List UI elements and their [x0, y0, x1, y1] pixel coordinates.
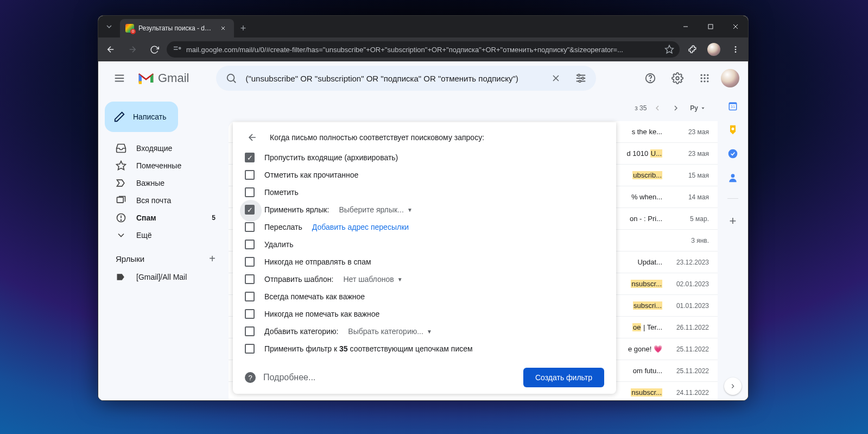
checkbox-icon[interactable]: [245, 222, 255, 232]
sidebar-label-allmail[interactable]: [Gmail]/All Mail: [103, 268, 224, 286]
opt-label: Удалить: [264, 240, 293, 249]
svg-point-49: [732, 128, 734, 130]
checkbox-icon[interactable]: [245, 257, 255, 267]
next-page-button[interactable]: [668, 97, 683, 119]
checkbox-icon[interactable]: [245, 170, 255, 180]
nav-back-button[interactable]: [102, 40, 120, 59]
create-filter-button[interactable]: Создать фильтр: [523, 368, 604, 387]
close-tab-icon[interactable]: [220, 25, 229, 32]
opt-label: Переслать: [264, 223, 302, 231]
compose-button[interactable]: Написать: [105, 102, 178, 132]
window-maximize-button[interactable]: [698, 16, 723, 37]
add-label-button[interactable]: +: [209, 253, 216, 265]
learn-more-link[interactable]: Подробнее...: [263, 373, 315, 382]
label-dropdown[interactable]: Выберите ярлык...▼: [339, 205, 412, 214]
calendar-icon[interactable]: 31: [727, 100, 738, 111]
svg-point-13: [735, 49, 737, 51]
site-info-icon[interactable]: [172, 45, 182, 54]
keep-icon[interactable]: [727, 124, 738, 135]
browser-tab[interactable]: Результаты поиска - dmitrycv1: [120, 19, 234, 37]
filter-back-button[interactable]: [245, 130, 260, 145]
browser-window: Результаты поиска - dmitrycv1 + mail.goo…: [98, 15, 749, 401]
opt-send-template[interactable]: Отправить шаблон:Нет шаблонов▼: [245, 274, 604, 284]
checkbox-icon[interactable]: [245, 309, 255, 319]
sidebar-item-inbox[interactable]: Входящие: [103, 140, 224, 157]
prev-page-button[interactable]: [650, 97, 665, 119]
mail-date: 24.11.2022: [668, 389, 709, 397]
opt-mark-read[interactable]: Отметить как прочитанное: [245, 170, 604, 180]
new-tab-button[interactable]: +: [234, 19, 252, 37]
svg-point-18: [227, 74, 235, 81]
opt-star[interactable]: Пометить: [245, 187, 604, 197]
opt-delete[interactable]: Удалить: [245, 240, 604, 249]
tab-search-icon[interactable]: [98, 16, 120, 37]
checkbox-icon[interactable]: [245, 187, 255, 197]
extensions-icon[interactable]: [683, 40, 701, 59]
labels-header: Ярлыки +: [103, 244, 224, 268]
sidebar-label-text: [Gmail]/All Mail: [136, 273, 187, 281]
opt-skip-inbox[interactable]: Пропустить входящие (архивировать): [245, 153, 604, 162]
account-avatar[interactable]: [721, 69, 739, 87]
checkbox-icon[interactable]: [245, 240, 255, 249]
checkbox-icon[interactable]: [245, 153, 255, 162]
opt-label: Отправить шаблон:: [264, 275, 333, 284]
window-minimize-button[interactable]: [673, 16, 698, 37]
tasks-icon[interactable]: [727, 148, 738, 159]
hide-panel-button[interactable]: [724, 378, 742, 395]
opt-forward[interactable]: ПереслатьДобавить адрес пересылки: [245, 222, 604, 232]
sidebar-item-important[interactable]: Важные: [103, 174, 224, 192]
clear-search-icon[interactable]: [545, 73, 567, 84]
category-dropdown[interactable]: Выбрать категорию...▼: [348, 327, 432, 336]
opt-never-spam[interactable]: Никогда не отправлять в спам: [245, 257, 604, 267]
svg-point-14: [735, 51, 737, 53]
opt-label: Пропустить входящие (архивировать): [264, 153, 398, 162]
gmail-logo-text: Gmail: [158, 71, 189, 85]
sidebar-item-more[interactable]: Ещё: [103, 227, 224, 244]
gmail-logo[interactable]: Gmail: [137, 71, 189, 85]
opt-never-important[interactable]: Никогда не помечать как важное: [245, 309, 604, 319]
omnibox[interactable]: mail.google.com/mail/u/0/#create-filter/…: [167, 41, 680, 58]
opt-apply-label[interactable]: Применить ярлык:Выберите ярлык...▼: [245, 205, 604, 215]
contacts-icon[interactable]: [727, 172, 738, 183]
checkbox-icon[interactable]: [245, 292, 255, 301]
nav-forward-button[interactable]: [123, 40, 142, 59]
search-box[interactable]: ("unsubscribe" OR "subscription" OR "под…: [216, 66, 596, 91]
svg-point-31: [701, 74, 702, 76]
search-icon[interactable]: [220, 72, 242, 84]
help-icon[interactable]: ?: [245, 372, 256, 383]
mail-date: 3 янв.: [668, 237, 709, 244]
search-options-icon[interactable]: [570, 72, 592, 84]
get-addons-button[interactable]: +: [730, 214, 737, 228]
address-bar: mail.google.com/mail/u/0/#create-filter/…: [98, 37, 748, 61]
sidebar-item-spam[interactable]: Спам 5: [103, 209, 224, 227]
opt-label: Применить фильтр к 35 соответствующим це…: [264, 344, 473, 353]
support-icon[interactable]: [639, 67, 661, 89]
svg-point-39: [707, 80, 708, 82]
checkbox-icon[interactable]: [245, 274, 255, 284]
svg-point-25: [578, 74, 580, 77]
template-dropdown[interactable]: Нет шаблонов▼: [343, 275, 402, 284]
url-text: mail.google.com/mail/u/0/#create-filter/…: [186, 46, 660, 54]
window-close-button[interactable]: [723, 16, 748, 37]
bookmark-icon[interactable]: [664, 45, 674, 54]
browser-menu-icon[interactable]: [726, 40, 745, 59]
sidebar-item-starred[interactable]: Помеченные: [103, 157, 224, 174]
main-menu-icon[interactable]: [107, 66, 132, 91]
add-forward-link[interactable]: Добавить адрес пересылки: [312, 223, 409, 231]
checkbox-icon[interactable]: [245, 205, 255, 215]
opt-always-important[interactable]: Всегда помечать как важное: [245, 292, 604, 301]
nav-reload-button[interactable]: [145, 40, 163, 59]
sidebar-item-allmail[interactable]: Вся почта: [103, 192, 224, 209]
opt-apply-existing[interactable]: Применить фильтр к 35 соответствующим це…: [245, 344, 604, 354]
opt-add-category[interactable]: Добавить категорию:Выбрать категорию...▼: [245, 326, 604, 336]
checkbox-icon[interactable]: [245, 344, 255, 354]
profile-avatar[interactable]: [705, 40, 723, 59]
mail-snippet: nsubscr...: [631, 280, 662, 288]
sidebar-item-count: 5: [212, 214, 216, 222]
checkbox-icon[interactable]: [245, 326, 255, 336]
svg-point-32: [704, 74, 705, 76]
input-language-button[interactable]: Ру: [687, 102, 709, 114]
settings-icon[interactable]: [667, 67, 688, 89]
google-apps-icon[interactable]: [694, 67, 715, 89]
mail-snippet: s the ke...: [632, 128, 662, 136]
